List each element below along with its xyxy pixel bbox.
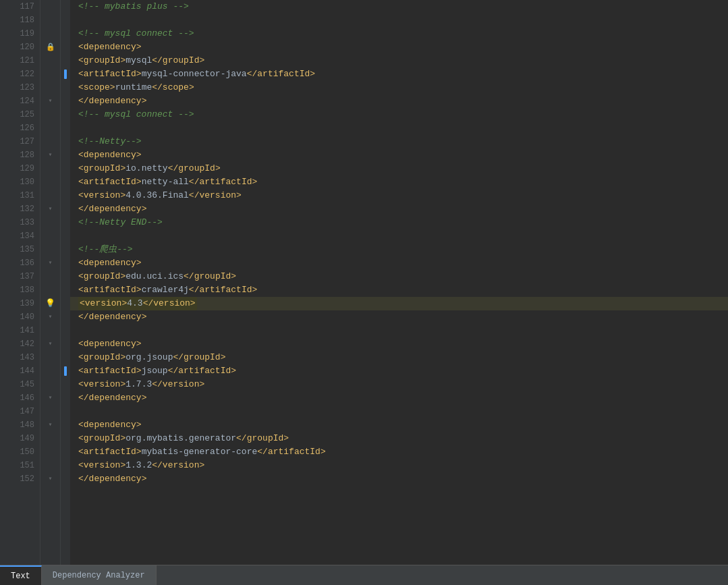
gutter-row [40, 351, 60, 364]
gutter-row[interactable]: ▾ [40, 391, 60, 405]
code-line: </dependency> [70, 94, 728, 108]
code-line: <artifactId>crawler4j</artifactId> [70, 283, 728, 297]
gutter-row[interactable]: ▾ [40, 148, 60, 162]
code-line: <groupId>edu.uci.ics</groupId> [70, 270, 728, 283]
side-marker [61, 337, 70, 351]
line-number: 148 [3, 418, 34, 432]
line-number: 152 [3, 472, 34, 486]
line-number: 126 [3, 121, 34, 135]
gutter-row[interactable]: ▾ [40, 472, 60, 486]
fold-icon[interactable]: ▾ [48, 391, 52, 405]
code-line [70, 324, 728, 337]
line-number: 141 [3, 324, 34, 337]
line-number: 138 [3, 283, 34, 297]
gutter-row[interactable]: ▾ [40, 202, 60, 216]
gutter-row [40, 0, 60, 13]
gutter-row [40, 108, 60, 121]
code-line: <!--爬虫--> [70, 243, 728, 256]
line-number: 146 [3, 391, 34, 405]
side-marker [61, 243, 70, 256]
side-marker [61, 135, 70, 148]
line-number: 143 [3, 351, 34, 364]
line-number: 134 [3, 229, 34, 243]
change-marker [64, 69, 67, 79]
code-line: <!-- mybatis plus --> [70, 0, 728, 13]
tab-dependency-analyzer[interactable]: Dependency Analyzer [42, 565, 157, 585]
side-marker [61, 364, 70, 378]
side-marker [61, 121, 70, 135]
gutter-row[interactable]: 🔒 [40, 40, 60, 54]
line-number: 137 [3, 270, 34, 283]
lock-icon: 🔒 [46, 40, 55, 54]
code-line: <groupId>mysql</groupId> [70, 54, 728, 67]
fold-icon[interactable]: ▾ [48, 202, 52, 216]
side-marker [61, 378, 70, 391]
code-line: <groupId>org.jsoup</groupId> [70, 351, 728, 364]
line-number: 129 [3, 162, 34, 175]
code-line: <dependency> [70, 148, 728, 162]
tab-text[interactable]: Text [0, 565, 42, 585]
lightbulb-icon: 💡 [45, 297, 55, 310]
side-marker [61, 94, 70, 108]
line-number: 135 [3, 243, 34, 256]
code-line: </dependency> [70, 391, 728, 405]
side-marker [61, 229, 70, 243]
gutter-row [40, 67, 60, 81]
side-marker [61, 40, 70, 54]
code-line [70, 13, 728, 27]
side-marker [61, 256, 70, 270]
side-marker [61, 189, 70, 202]
side-marker [61, 459, 70, 472]
code-lines: <!-- mybatis plus --><!-- mysql connect … [70, 0, 728, 565]
change-marker [64, 366, 67, 376]
side-marker [61, 202, 70, 216]
gutter-row [40, 175, 60, 189]
gutter-row[interactable]: ▾ [40, 94, 60, 108]
line-number: 119 [3, 27, 34, 40]
gutter-row [40, 378, 60, 391]
line-number: 133 [3, 216, 34, 229]
gutter-row[interactable]: ▾ [40, 418, 60, 432]
side-marker [61, 283, 70, 297]
side-marker [61, 0, 70, 13]
code-line: <artifactId>netty-all</artifactId> [70, 175, 728, 189]
code-line: <artifactId>mybatis-generator-core</arti… [70, 445, 728, 459]
fold-icon[interactable]: ▾ [48, 148, 52, 162]
side-marker [61, 216, 70, 229]
code-line: <artifactId>mysql-connector-java</artifa… [70, 67, 728, 81]
line-number: 124 [3, 94, 34, 108]
side-marker [61, 67, 70, 81]
fold-icon[interactable]: ▾ [48, 418, 52, 432]
fold-icon[interactable]: ▾ [48, 256, 52, 270]
gutter-row[interactable]: ▾ [40, 310, 60, 324]
line-number: 122 [3, 67, 34, 81]
code-line: <version>1.3.2</version> [70, 459, 728, 472]
gutter-row [40, 229, 60, 243]
line-number: 131 [3, 189, 34, 202]
gutter-row[interactable]: 💡 [40, 297, 60, 310]
code-line: <dependency> [70, 337, 728, 351]
editor-area: 1171181191201211221231241251261271281291… [0, 0, 728, 565]
line-number: 125 [3, 108, 34, 121]
side-gutter [61, 0, 70, 565]
line-number: 117 [3, 0, 34, 13]
code-line: <version>4.3</version> [70, 297, 728, 310]
side-marker [61, 108, 70, 121]
side-marker [61, 351, 70, 364]
gutter-row[interactable]: ▾ [40, 256, 60, 270]
code-line: <!-- mysql connect --> [70, 108, 728, 121]
gutter-row[interactable]: ▾ [40, 337, 60, 351]
fold-icon[interactable]: ▾ [48, 310, 52, 324]
line-number: 130 [3, 175, 34, 189]
gutter-row [40, 459, 60, 472]
fold-icon[interactable]: ▾ [48, 472, 52, 486]
code-line: </dependency> [70, 310, 728, 324]
fold-icon[interactable]: ▾ [48, 94, 52, 108]
side-marker [61, 391, 70, 405]
code-line: <!--Netty END--> [70, 216, 728, 229]
gutter-row [40, 121, 60, 135]
line-number: 151 [3, 459, 34, 472]
fold-icon[interactable]: ▾ [48, 337, 52, 351]
line-number: 123 [3, 81, 34, 94]
code-line: <!--Netty--> [70, 135, 728, 148]
